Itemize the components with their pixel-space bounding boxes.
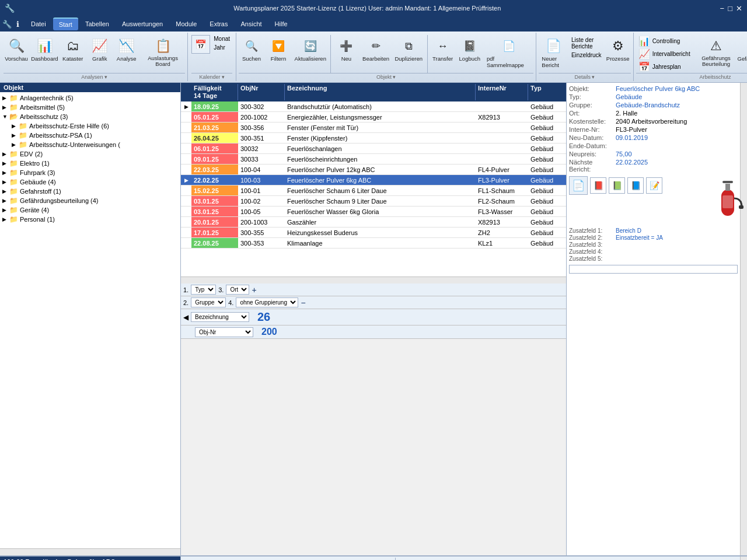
menu-item-extras[interactable]: Extras — [204, 18, 233, 30]
menu-item-tabellen[interactable]: Tabellen — [79, 18, 115, 30]
maximize-btn[interactable]: □ — [728, 4, 732, 13]
transfer-button[interactable]: ↔ Transfer — [430, 35, 456, 64]
detail-neu-datum-label: Neu-Datum: — [569, 134, 616, 141]
group3-select[interactable]: Ort — [226, 285, 249, 295]
reports-panel: alle Berichte 📄 NeuerBericht ✏ Bearbeite… — [181, 556, 740, 560]
table-row[interactable]: 15.02.25 100-01 Feuerlöscher Schaum 6 Li… — [181, 186, 566, 196]
tree-item-fuhrpark[interactable]: ▶ 📁 Fuhrpark (3) — [1, 168, 179, 177]
jahr-button[interactable]: Jahr — [211, 44, 232, 51]
window-controls: − □ ✕ — [720, 4, 742, 13]
svg-rect-2 — [722, 181, 733, 183]
table-row[interactable]: 21.03.25 300-356 Fenster (Fenster mit Tü… — [181, 123, 566, 133]
suchen-button[interactable]: 🔍 Suchen — [239, 35, 264, 64]
zusatz-input[interactable] — [569, 265, 738, 274]
neuer-bericht-btn[interactable]: 📄 NeuerBericht — [265, 558, 289, 560]
tree-item-personal[interactable]: ▶ 📁 Personal (1) — [1, 215, 179, 224]
table-row[interactable]: 26.04.25 300-351 Fenster (Kippfenster) G… — [181, 133, 566, 144]
filter-bezeichnung-select[interactable]: Bezeichnung — [191, 312, 249, 322]
tree-area[interactable]: ▶ 📁 Anlagentechnik (5) ▶ 📁 Arbeitsmittel… — [0, 92, 180, 548]
analyse-button[interactable]: 📉 Analyse — [114, 35, 139, 64]
auslastungsboard-button[interactable]: 📋 Auslastungs Board — [141, 35, 186, 69]
bearbeiten-button[interactable]: ✏ Bearbeiten — [360, 35, 391, 64]
logbuch-button[interactable]: 📓 Logbuch — [457, 35, 483, 64]
zusatz1-label: Zusatzfeld 1: — [569, 228, 616, 234]
table-row[interactable]: ▶ 22.02.25 100-03 Feuerlöscher Pulver 6k… — [181, 175, 566, 186]
menu-item-ansicht[interactable]: Ansicht — [235, 18, 268, 30]
table-row[interactable]: ▶ 18.09.25 300-302 Brandschutztür (Autom… — [181, 102, 566, 112]
table-row[interactable]: 03.01.25 100-05 Feuerlöscher Wasser 6kg … — [181, 206, 566, 217]
table-row[interactable]: 09.01.25 30033 Feuerlöscheinrichtungen G… — [181, 154, 566, 164]
remove-group-btn[interactable]: − — [301, 298, 305, 307]
table-row[interactable]: 17.01.25 300-355 Heizungskessel Buderus … — [181, 228, 566, 238]
col-internenr: InterneNr — [476, 84, 528, 100]
menu-item-module[interactable]: Module — [170, 18, 203, 30]
detail-kostenstelle-value: 2040 Arbeitsvorbereitung — [616, 118, 687, 125]
detail-ende-datum-label: Ende-Datum: — [569, 142, 616, 149]
group4-select[interactable]: ohne Gruppierung — [236, 298, 298, 307]
einzeldruck-button[interactable]: Einzeldruck — [569, 51, 604, 59]
menubar: 🔧 ℹ Datei Start Tabellen Auswertungen Mo… — [0, 16, 747, 32]
vorschau-button[interactable]: 🔍 Vorschau — [4, 35, 29, 64]
pdf-sammelmappe-button[interactable]: 📄 pdf Sammelmappe — [484, 35, 533, 70]
neuer-bericht-detail-button[interactable]: 📄 Neuer Bericht — [539, 35, 568, 70]
tree-header: Objekt — [0, 83, 180, 92]
gefahrstoffe-button[interactable]: ☣ Gefahrstoffe — [739, 35, 747, 64]
detail-typ-value: Gebäude — [616, 93, 642, 100]
count-display-2: 200 — [261, 327, 277, 337]
tree-item-gefahrstoff[interactable]: ▶ 📁 Gefahrstoff (1) — [1, 187, 179, 196]
tree-item-geraete[interactable]: ▶ 📁 Geräte (4) — [1, 205, 179, 215]
prozesse-button[interactable]: ⚙ Prozesse — [605, 35, 631, 64]
tree-item-psa[interactable]: ▶ 📁 Arbeitsschutz-PSA (1) — [1, 131, 179, 140]
table-row[interactable]: 20.01.25 200-1003 Gaszähler X82913 Gebäu… — [181, 217, 566, 228]
filter-count-bar: ◀ Bezeichnung 26 — [181, 309, 566, 326]
filter-objnr-select[interactable]: Obj-Nr — [195, 327, 253, 337]
table-row[interactable]: 22.03.25 100-04 Feuerlöscher Pulver 12kg… — [181, 164, 566, 175]
monat-button[interactable]: Monat — [211, 35, 232, 43]
menu-item-start[interactable]: Start — [53, 18, 78, 30]
detail-naechster-bericht-value: 22.02.2025 — [616, 159, 648, 173]
zusatz1-value: Bereich D — [616, 228, 641, 234]
intervallbericht-button[interactable]: 📈Intervallbericht — [636, 48, 693, 60]
tree-item-elektro[interactable]: ▶ 📁 Elektro (1) — [1, 159, 179, 168]
group1-select[interactable]: Typ — [191, 285, 216, 295]
duplizieren-button[interactable]: ⧉ Duplizieren — [393, 35, 425, 64]
menu-item-auswertungen[interactable]: Auswertungen — [116, 18, 169, 30]
tree-item-unterweisungen[interactable]: ▶ 📁 Arbeitsschutz-Unterweisungen ( — [1, 140, 179, 149]
gefaehrdungsbeurteilung-tb-button[interactable]: ⚠ Gefährungs Beurteilung — [694, 35, 739, 69]
kataster-button[interactable]: 🗂 Kataster — [60, 35, 86, 64]
tree-item-edv[interactable]: ▶ 📁 EDV (2) — [1, 149, 179, 159]
tree-item-gefaehrdungsbeurteilung[interactable]: ▶ 📁 Gefährdungsbeurteilung (4) — [1, 196, 179, 205]
group2-select[interactable]: Gruppe — [191, 298, 226, 307]
table-row[interactable]: 05.01.25 200-1002 Energiezähler, Leistun… — [181, 112, 566, 123]
table-row[interactable]: 22.08.25 300-353 Klimaanlage KLz1 Gebäud — [181, 238, 566, 249]
info-icon[interactable]: ℹ — [16, 20, 19, 29]
minimize-btn[interactable]: − — [720, 4, 725, 13]
table-row[interactable]: 06.01.25 30032 Feuerlöschanlagen Gebäud — [181, 144, 566, 154]
detail-typ-label: Typ: — [569, 93, 616, 100]
tree-item-erste-hilfe[interactable]: ▶ 📁 Arbeitsschutz-Erste Hilfe (6) — [1, 121, 179, 131]
tree-item-arbeitsmittel[interactable]: ▶ 📁 Arbeitsmittel (5) — [1, 103, 179, 112]
filtern-button[interactable]: 🔽 Filtern — [266, 35, 291, 64]
group3-label: 3. — [218, 286, 224, 293]
add-group-btn[interactable]: + — [252, 285, 256, 295]
tree-item-anlagentechnik[interactable]: ▶ 📁 Anlagentechnik (5) — [1, 93, 179, 103]
tree-item-gebaeude[interactable]: ▶ 📁 Gebäude (4) — [1, 177, 179, 187]
tree-item-arbeitsschutz[interactable]: ▼ 📂 Arbeitsschutz (3) — [1, 112, 179, 121]
detail-ort-label: Ort: — [569, 110, 616, 117]
close-btn[interactable]: ✕ — [736, 4, 742, 13]
grouping-bar-2: 2. Gruppe 4. ohne Gruppierung − — [181, 296, 566, 309]
table-column-headers: Fälligkeit14 Tage ObjNr Bezeichnung Inte… — [181, 83, 566, 102]
neu-button[interactable]: ➕ Neu — [333, 35, 359, 64]
grafik-button[interactable]: 📈 Grafik — [87, 35, 113, 64]
controlling-button[interactable]: 📊Controlling — [636, 35, 693, 47]
scroll-left-btn[interactable]: ◀ — [183, 313, 189, 321]
zusatz2-value: Einsatzbereit = JA — [616, 235, 663, 241]
menu-item-hilfe[interactable]: Hilfe — [269, 18, 294, 30]
jahresplan-button[interactable]: 📅Jahresplan — [636, 61, 693, 73]
menu-item-datei[interactable]: Datei — [25, 18, 52, 30]
table-row[interactable]: 03.01.25 100-02 Feuerlöscher Schaum 9 Li… — [181, 196, 566, 206]
data-table[interactable]: ▶ 18.09.25 300-302 Brandschutztür (Autom… — [181, 102, 566, 276]
liste-berichte-button[interactable]: Liste der Berichte — [569, 36, 604, 50]
aktualisieren-button[interactable]: 🔄 Aktualisieren — [292, 35, 328, 64]
dashboard-button[interactable]: 📊 Dashboard — [30, 35, 59, 64]
